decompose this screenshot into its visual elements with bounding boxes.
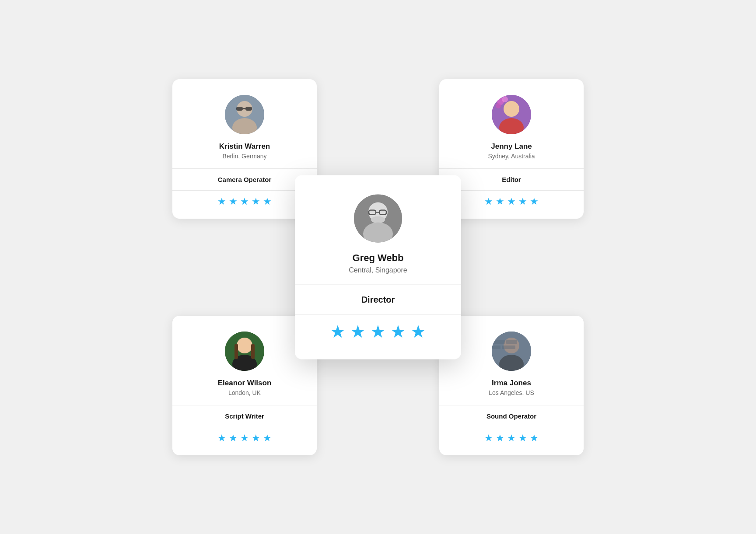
location-jenny: Sydney, Australia — [488, 153, 535, 160]
avatar-jenny — [492, 95, 531, 134]
star-4: ★ — [252, 433, 260, 443]
svg-point-20 — [237, 338, 252, 353]
name-irma: Irma Jones — [492, 379, 531, 387]
svg-rect-5 — [243, 108, 245, 109]
location-eleanor: London, UK — [228, 389, 261, 396]
star-5: ★ — [263, 433, 272, 443]
svg-rect-30 — [492, 346, 500, 349]
svg-rect-29 — [506, 340, 517, 344]
location-greg: Central, Singapore — [349, 266, 407, 274]
star-5: ★ — [263, 197, 272, 206]
svg-point-10 — [502, 96, 508, 102]
cards-scene: Kristin Warren Berlin, Germany Camera Op… — [159, 70, 597, 464]
star-2: ★ — [229, 433, 238, 443]
star-3: ★ — [507, 433, 516, 443]
role-eleanor: Script Writer — [183, 412, 306, 420]
star-3: ★ — [240, 197, 249, 206]
svg-rect-27 — [492, 332, 531, 371]
svg-rect-28 — [494, 340, 505, 344]
star-2: ★ — [496, 197, 504, 206]
star-5: ★ — [410, 322, 426, 340]
star-3: ★ — [507, 197, 516, 206]
avatar-eleanor — [225, 332, 264, 371]
avatar-greg — [354, 194, 402, 242]
svg-point-14 — [371, 216, 385, 223]
star-1: ★ — [217, 197, 226, 206]
star-4: ★ — [252, 197, 260, 206]
svg-rect-4 — [245, 107, 252, 111]
star-4: ★ — [518, 433, 527, 443]
stars-irma: ★ ★ ★ ★ ★ — [439, 427, 584, 455]
star-4: ★ — [390, 322, 406, 340]
avatar-section-jenny: Jenny Lane Sydney, Australia — [439, 79, 584, 168]
star-5: ★ — [530, 433, 539, 443]
location-irma: Los Angeles, US — [489, 389, 534, 396]
star-1: ★ — [484, 197, 493, 206]
star-1: ★ — [484, 433, 493, 443]
avatar-section-greg: Greg Webb Central, Singapore — [295, 175, 461, 284]
svg-rect-3 — [236, 107, 243, 111]
star-4: ★ — [518, 197, 527, 206]
avatar-irma — [492, 332, 531, 371]
role-irma: Sound Operator — [450, 412, 573, 420]
avatar-kristin — [225, 95, 264, 134]
name-jenny: Jenny Lane — [491, 142, 532, 151]
role-kristin: Camera Operator — [183, 176, 306, 183]
star-1: ★ — [217, 433, 226, 443]
name-eleanor: Eleanor Wilson — [218, 379, 272, 387]
star-1: ★ — [330, 322, 346, 340]
role-jenny: Editor — [450, 176, 573, 183]
svg-point-11 — [496, 103, 501, 108]
star-2: ★ — [496, 433, 504, 443]
star-5: ★ — [530, 197, 539, 206]
role-section-eleanor: Script Writer — [172, 405, 317, 427]
name-greg: Greg Webb — [353, 252, 404, 263]
svg-rect-23 — [251, 344, 255, 359]
stars-greg: ★ ★ ★ ★ ★ — [295, 314, 461, 359]
star-2: ★ — [229, 197, 238, 206]
svg-rect-31 — [502, 346, 515, 349]
location-kristin: Berlin, Germany — [222, 153, 266, 160]
role-section-greg: Director — [295, 285, 461, 314]
role-greg: Director — [309, 294, 447, 304]
star-3: ★ — [370, 322, 386, 340]
card-greg[interactable]: Greg Webb Central, Singapore Director ★ … — [295, 175, 461, 359]
role-section-irma: Sound Operator — [439, 405, 584, 427]
svg-rect-22 — [234, 344, 238, 359]
star-2: ★ — [350, 322, 366, 340]
stars-eleanor: ★ ★ ★ ★ ★ — [172, 427, 317, 455]
name-kristin: Kristin Warren — [219, 142, 270, 151]
avatar-section-kristin: Kristin Warren Berlin, Germany — [172, 79, 317, 168]
star-3: ★ — [240, 433, 249, 443]
svg-point-7 — [504, 101, 519, 117]
